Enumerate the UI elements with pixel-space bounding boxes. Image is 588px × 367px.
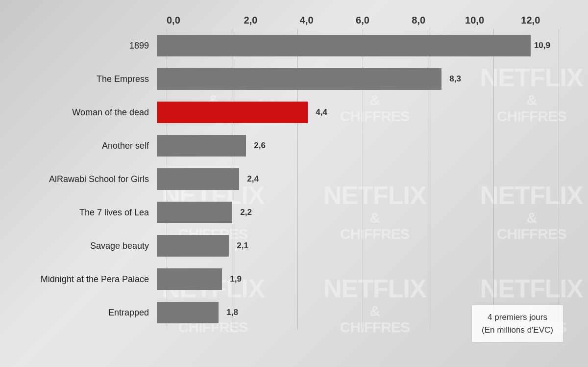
x-axis-label-4: 8,0 [391, 15, 446, 26]
bar-fill-8: 1,8 [157, 302, 219, 323]
bar-label-2: Woman of the dead [10, 107, 157, 118]
bar-fill-5: 2,2 [157, 202, 232, 223]
legend-line2: (En millions d'EVC) [482, 325, 553, 335]
bar-row: 189910,9 [10, 29, 568, 62]
chart-area: 189910,9The Empress8,3Woman of the dead4… [10, 29, 568, 329]
bar-fill-7: 1,9 [157, 268, 222, 290]
bar-row: Midnight at the Pera Palace1,9 [10, 262, 568, 296]
x-axis-label-5: 10,0 [446, 15, 502, 26]
bar-track-2: 4,4 [157, 102, 568, 123]
bar-row: Savage beauty2,1 [10, 229, 568, 262]
bar-label-1: The Empress [10, 74, 157, 84]
bar-fill-1: 8,3 [157, 68, 441, 90]
bar-value-label-0: 10,9 [534, 41, 550, 51]
bar-fill-0: 10,9 [157, 35, 531, 56]
bar-value-label-1: 8,3 [449, 74, 461, 84]
bar-row: The Empress8,3 [10, 62, 568, 96]
bar-value-label-8: 1,8 [226, 308, 238, 317]
bar-track-1: 8,3 [157, 68, 568, 90]
bar-value-label-6: 2,1 [237, 241, 248, 251]
bar-row: AlRawabi School for Girls2,4 [10, 162, 568, 196]
bar-row: Another self2,6 [10, 129, 568, 162]
legend-line1: 4 premiers jours [488, 313, 547, 322]
bar-fill-2: 4,4 [157, 102, 308, 123]
bar-label-4: AlRawabi School for Girls [10, 174, 157, 184]
x-axis-label-3: 6,0 [335, 15, 391, 26]
legend-box: 4 premiers jours (En millions d'EVC) [471, 305, 564, 342]
bar-track-3: 2,6 [157, 135, 568, 157]
bar-track-0: 10,9 [157, 35, 568, 56]
bar-fill-6: 2,1 [157, 235, 229, 257]
bar-label-3: Another self [10, 141, 157, 151]
bar-value-label-4: 2,4 [247, 174, 259, 184]
bar-fill-3: 2,6 [157, 135, 246, 157]
x-axis-label-1: 2,0 [222, 15, 278, 26]
x-axis-label-6: 12,0 [503, 15, 559, 26]
bar-row: The 7 lives of Lea2,2 [10, 196, 568, 229]
bar-value-label-5: 2,2 [240, 208, 252, 217]
bar-fill-4: 2,4 [157, 168, 239, 190]
bar-value-label-3: 2,6 [254, 141, 266, 151]
bar-value-label-7: 1,9 [230, 274, 242, 284]
bar-row: Woman of the dead4,4 [10, 96, 568, 129]
x-axis-label-0: 0,0 [167, 15, 222, 26]
bar-track-7: 1,9 [157, 268, 568, 290]
bar-value-label-2: 4,4 [316, 107, 327, 117]
bar-label-0: 1899 [10, 41, 157, 51]
bar-label-8: Entrapped [10, 308, 157, 318]
bar-track-6: 2,1 [157, 235, 568, 257]
bar-label-5: The 7 lives of Lea [10, 208, 157, 218]
chart-wrapper: 0,02,04,06,08,010,012,0 189910,9The Empr… [0, 0, 588, 367]
bar-track-4: 2,4 [157, 168, 568, 190]
x-axis: 0,02,04,06,08,010,012,0 [167, 15, 559, 26]
bar-track-5: 2,2 [157, 202, 568, 223]
x-axis-label-2: 4,0 [279, 15, 335, 26]
bar-label-6: Savage beauty [10, 241, 157, 251]
bar-label-7: Midnight at the Pera Palace [10, 274, 157, 285]
